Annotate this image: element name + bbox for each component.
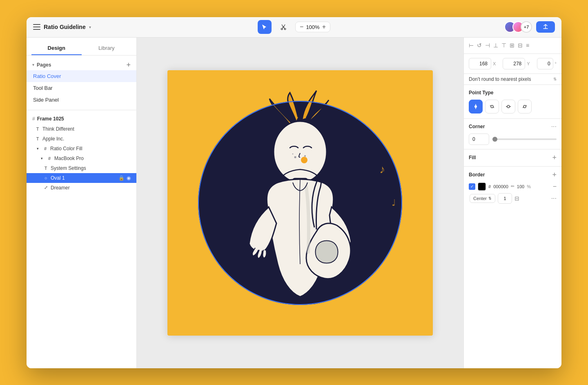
add-border-button[interactable]: +: [552, 171, 557, 179]
grid-icon[interactable]: ⊟: [518, 42, 523, 49]
distribute-v-icon[interactable]: ⊤: [501, 42, 506, 49]
frame-icon: #: [42, 146, 48, 151]
oval-icon: ○: [43, 176, 49, 180]
select-tool-button[interactable]: [258, 20, 272, 34]
page-item-ratio-cover[interactable]: Ratio Cover: [27, 70, 136, 82]
canvas-area[interactable]: ♪ ♩: [137, 38, 463, 368]
y-field: Y: [503, 58, 533, 69]
point-type-header: Point Type: [469, 90, 557, 96]
svg-point-17: [523, 105, 526, 108]
tab-library[interactable]: Library: [82, 42, 132, 55]
angle-input[interactable]: [537, 58, 553, 69]
layer-ratio-color-fill[interactable]: ▾ # Ratio Color Fill: [27, 144, 136, 154]
point-type-btn-2[interactable]: [485, 100, 499, 113]
layer-label: Dreamer: [51, 185, 70, 191]
align-right-icon[interactable]: ⊣: [485, 42, 490, 49]
layer-macbook-pro[interactable]: ▾ # MacBook Pro: [27, 154, 136, 163]
border-color-swatch[interactable]: [478, 182, 486, 191]
border-header-row: Border +: [469, 171, 557, 179]
title-bar-right: +7: [504, 21, 555, 33]
border-position-value: Center: [473, 196, 487, 201]
zoom-control: − 100% +: [295, 22, 330, 32]
zoom-in-button[interactable]: +: [322, 24, 326, 30]
text-icon-2: T: [35, 136, 40, 141]
layer-oval-1[interactable]: ○ Oval 1 🔒 ◉: [27, 173, 136, 183]
corner-slider[interactable]: [492, 138, 557, 140]
fill-row: Fill +: [469, 154, 557, 162]
corner-more-icon[interactable]: ···: [551, 123, 557, 130]
scissor-tool-button[interactable]: [276, 20, 290, 34]
corner-input[interactable]: [469, 134, 489, 145]
pixel-hint-text: Don't round to nearest pixels: [469, 76, 531, 82]
layer-label: System Settings: [51, 165, 86, 171]
coords-section: X Y °: [464, 54, 561, 74]
corner-row: [469, 134, 557, 145]
hamburger-icon[interactable]: [33, 24, 40, 30]
align-left-icon[interactable]: ⊢: [469, 42, 474, 49]
zoom-value: 100%: [306, 24, 319, 30]
right-toolbar-icons: ⊢ ↺ ⊣ ⊥ ⊤ ⊞ ⊟ ≡: [469, 42, 529, 49]
distribute-h-icon[interactable]: ⊥: [493, 42, 498, 49]
text-icon: T: [35, 127, 40, 131]
share-button[interactable]: [536, 21, 555, 33]
point-type-section: Point Type: [464, 85, 561, 119]
point-type-btn-4[interactable]: [518, 100, 532, 113]
border-more-icon[interactable]: ···: [551, 195, 557, 202]
more-align-icon[interactable]: ⊞: [510, 42, 514, 49]
point-type-btn-3[interactable]: [501, 100, 515, 113]
border-width-input[interactable]: [498, 193, 512, 204]
point-type-btn-1[interactable]: [469, 100, 483, 113]
page-item-side-panel[interactable]: Side Panel: [27, 94, 136, 106]
add-fill-button[interactable]: +: [552, 154, 557, 162]
tab-design[interactable]: Design: [31, 42, 82, 55]
frame-header[interactable]: # Frame 1025: [27, 113, 136, 124]
border-label: Border: [469, 172, 485, 178]
title-chevron: ▾: [89, 25, 91, 29]
menu-icon[interactable]: ≡: [526, 42, 529, 49]
layer-system-settings[interactable]: T System Settings: [27, 163, 136, 173]
border-percent-symbol: %: [527, 184, 531, 189]
add-page-button[interactable]: +: [126, 61, 131, 69]
fill-label: Fill: [469, 155, 476, 160]
layer-think-different[interactable]: T Think Different: [27, 124, 136, 134]
y-input[interactable]: [503, 58, 525, 69]
border-pencil-icon[interactable]: ✏: [511, 184, 514, 189]
coords-row: X Y °: [469, 58, 557, 69]
angle-field: °: [537, 58, 557, 69]
border-position-dropdown[interactable]: Center ⇅: [470, 194, 495, 203]
text-icon-3: T: [43, 166, 49, 171]
page-item-tool-bar[interactable]: Tool Bar: [27, 82, 136, 94]
layer-dreamer[interactable]: ⤢ Dreamer: [27, 183, 136, 193]
svg-point-6: [304, 155, 306, 157]
border-hex-code: 000000: [493, 184, 508, 189]
border-opacity-value: 100: [517, 184, 524, 189]
x-input[interactable]: [469, 58, 491, 69]
fill-section: Fill +: [464, 149, 561, 167]
align-center-icon[interactable]: ↺: [477, 42, 482, 49]
zoom-out-button[interactable]: −: [300, 24, 303, 30]
eye-icon: ◉: [127, 175, 131, 181]
y-label: Y: [527, 61, 530, 66]
border-remove-button[interactable]: −: [553, 183, 557, 190]
point-type-grid: [469, 100, 557, 113]
svg-point-2: [274, 121, 327, 182]
svg-point-5: [294, 156, 296, 158]
canvas-frame: ♪ ♩: [167, 70, 433, 336]
layers-section: # Frame 1025 T Think Different T Apple I…: [27, 110, 136, 368]
layer-label: Apple Inc.: [42, 136, 64, 142]
pages-label: Pages: [37, 62, 51, 68]
layer-label: MacBook Pro: [54, 156, 84, 161]
layer-apple-inc[interactable]: T Apple Inc.: [27, 134, 136, 144]
pixel-chevron: ⇅: [553, 77, 557, 81]
pages-chevron: ▾: [32, 62, 34, 67]
pixel-dropdown[interactable]: Don't round to nearest pixels ⇅: [464, 74, 561, 85]
corner-title: Corner: [469, 124, 485, 129]
pages-section-header[interactable]: ▾ Pages +: [27, 60, 136, 70]
border-checkbox[interactable]: ✓: [469, 183, 475, 190]
lock-icon: 🔒: [118, 175, 125, 181]
angle-symbol: °: [555, 61, 557, 66]
title-bar-left: Ratio Guideline ▾: [33, 24, 91, 30]
app-window: Ratio Guideline ▾ − 100% +: [27, 17, 561, 368]
layer-label: Oval 1: [51, 175, 65, 181]
left-panel: Design Library ▾ Pages + Ratio Cover Too…: [27, 38, 137, 368]
